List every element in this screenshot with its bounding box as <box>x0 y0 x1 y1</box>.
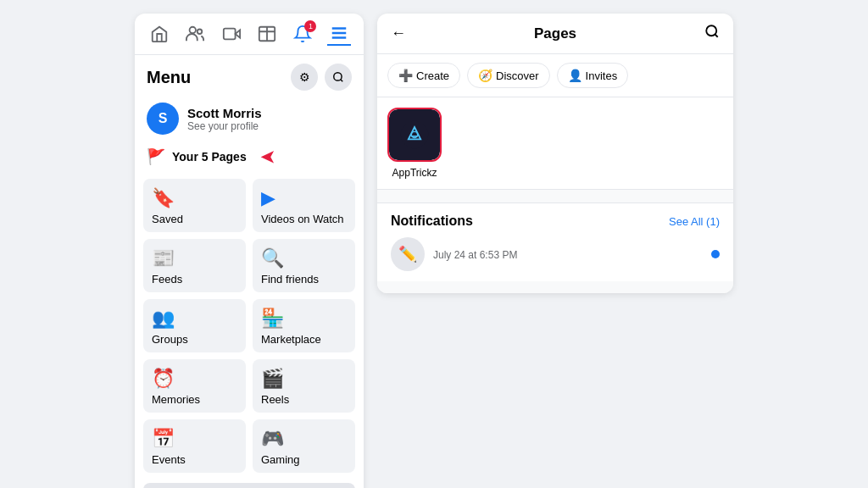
menu-header: Menu ⚙ <box>135 55 364 96</box>
pages-header: ← Pages <box>377 14 733 54</box>
notifications-section: Notifications See All (1) ✏️ July 24 at … <box>377 203 733 281</box>
menu-nav-icon[interactable] <box>327 22 351 46</box>
gaming-label: Gaming <box>261 453 300 466</box>
video-nav-icon[interactable] <box>220 22 243 46</box>
groups-label: Groups <box>152 333 188 346</box>
invites-icon: 👤 <box>568 69 582 82</box>
menu-actions: ⚙ <box>291 64 352 91</box>
videos-watch-menu-item[interactable]: ▶ Videos on Watch <box>253 179 355 232</box>
groups-menu-item[interactable]: 👥 Groups <box>143 299 246 352</box>
saved-label: Saved <box>152 213 183 225</box>
notification-badge: 1 <box>304 20 316 32</box>
svg-line-11 <box>341 80 343 82</box>
pages-search-button[interactable] <box>704 24 720 43</box>
find-friends-icon: 🔍 <box>261 247 284 269</box>
saved-menu-item[interactable]: 🔖 Saved <box>143 179 246 232</box>
page-avatar-wrap <box>387 108 442 162</box>
discover-button[interactable]: 🧭 Discover <box>467 63 550 88</box>
gaming-menu-item[interactable]: 🎮 Gaming <box>253 419 355 473</box>
friends-nav-icon[interactable] <box>183 22 207 46</box>
profile-name: Scott Morris <box>187 106 262 120</box>
notifications-nav-icon[interactable]: 1 <box>291 22 314 46</box>
notifications-title: Notifications <box>391 214 473 229</box>
marketplace-label: Marketplace <box>261 333 321 346</box>
pages-row[interactable]: 🚩 Your 5 Pages ➤ <box>135 141 364 175</box>
discover-icon: 🧭 <box>478 69 492 82</box>
memories-menu-item[interactable]: ⏰ Memories <box>143 359 246 413</box>
profile-row[interactable]: S Scott Morris See your profile <box>135 96 364 141</box>
red-arrow-icon: ➤ <box>260 147 275 167</box>
see-more-button[interactable]: See more <box>143 483 355 488</box>
search-button[interactable] <box>325 64 352 91</box>
svg-point-10 <box>334 73 342 80</box>
events-label: Events <box>152 453 186 466</box>
saved-icon: 🔖 <box>152 187 175 209</box>
create-icon: ➕ <box>398 69 413 82</box>
page-card-apptrickz[interactable]: AppTrickz <box>387 108 442 179</box>
app-container: 1 Menu ⚙ S Scott Morris See your profile <box>0 0 868 488</box>
flag-icon: 🚩 <box>147 147 165 166</box>
svg-point-14 <box>401 121 428 148</box>
svg-point-12 <box>706 25 716 36</box>
notification-dot <box>711 250 720 258</box>
notification-item[interactable]: ✏️ July 24 at 6:53 PM <box>391 237 720 271</box>
groups-icon: 👥 <box>152 308 175 330</box>
svg-point-1 <box>198 30 203 35</box>
left-panel: 1 Menu ⚙ S Scott Morris See your profile <box>135 14 364 488</box>
empty-section <box>377 190 733 203</box>
find-friends-menu-item[interactable]: 🔍 Find friends <box>253 239 355 292</box>
memories-label: Memories <box>152 393 200 406</box>
reels-label: Reels <box>261 393 289 406</box>
pages-actions: ➕ Create 🧭 Discover 👤 Invites <box>377 54 733 97</box>
marketplace-menu-item[interactable]: 🏪 Marketplace <box>253 299 355 352</box>
nav-bar: 1 <box>135 14 364 55</box>
profile-sub: See your profile <box>187 120 262 132</box>
avatar: S <box>147 103 179 135</box>
notification-time: July 24 at 6:53 PM <box>433 247 517 262</box>
svg-point-0 <box>190 27 196 33</box>
discover-label: Discover <box>496 69 539 82</box>
notification-avatar: ✏️ <box>391 237 425 271</box>
reels-menu-item[interactable]: 🎬 Reels <box>253 359 355 413</box>
pages-content: AppTrickz <box>377 97 733 190</box>
marketplace-nav-icon[interactable] <box>255 22 279 46</box>
feeds-icon: 📰 <box>152 247 175 269</box>
home-nav-icon[interactable] <box>147 22 171 46</box>
pages-title: Pages <box>534 25 576 42</box>
menu-title: Menu <box>147 68 191 87</box>
gaming-icon: 🎮 <box>261 428 284 450</box>
see-all-notifications-link[interactable]: See All (1) <box>669 215 720 228</box>
videos-watch-icon: ▶ <box>261 187 275 209</box>
svg-rect-2 <box>224 29 236 40</box>
settings-button[interactable]: ⚙ <box>291 64 318 91</box>
reels-icon: 🎬 <box>261 368 284 390</box>
right-panel: ← Pages ➕ Create 🧭 Discover 👤 Invites <box>377 14 733 293</box>
back-button[interactable]: ← <box>391 25 406 42</box>
invites-button[interactable]: 👤 Invites <box>557 63 629 88</box>
bottom-empty <box>377 281 733 293</box>
feeds-menu-item[interactable]: 📰 Feeds <box>143 239 246 292</box>
invites-label: Invites <box>586 69 618 82</box>
svg-line-13 <box>715 34 717 36</box>
menu-grid: 🔖 Saved ▶ Videos on Watch 📰 Feeds 🔍 Find… <box>135 175 364 476</box>
find-friends-label: Find friends <box>261 273 319 286</box>
pages-label: Your 5 Pages <box>172 150 247 164</box>
memories-icon: ⏰ <box>152 368 175 390</box>
videos-watch-label: Videos on Watch <box>261 213 344 225</box>
feeds-label: Feeds <box>152 273 182 286</box>
events-menu-item[interactable]: 📅 Events <box>143 419 246 473</box>
notifications-header: Notifications See All (1) <box>391 214 720 229</box>
events-icon: 📅 <box>152 428 175 450</box>
page-name: AppTrickz <box>392 167 437 179</box>
profile-info: Scott Morris See your profile <box>187 106 262 132</box>
marketplace-icon: 🏪 <box>261 308 284 330</box>
create-label: Create <box>416 69 449 82</box>
page-avatar <box>389 109 440 160</box>
create-button[interactable]: ➕ Create <box>387 63 460 88</box>
